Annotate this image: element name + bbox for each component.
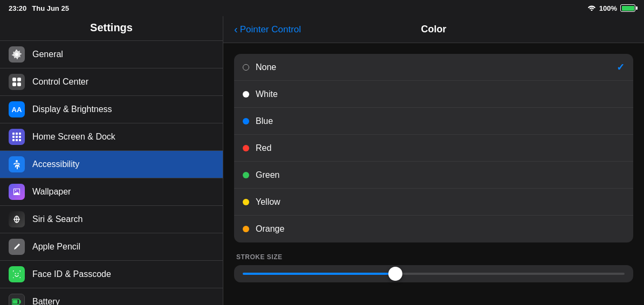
sidebar-item-battery[interactable]: Battery [0,288,223,305]
color-item-red[interactable]: Red [234,135,633,162]
slider-container[interactable] [234,265,633,282]
color-label-none: None [256,63,616,72]
face-id-icon [9,266,25,282]
wallpaper-label: Wallpaper [32,187,71,197]
sidebar: Settings General Control Center [0,16,223,305]
sidebar-item-display[interactable]: AA Display & Brightness [0,96,223,123]
svg-rect-9 [16,136,18,138]
svg-rect-4 [17,82,21,86]
color-item-yellow[interactable]: Yellow [234,189,633,216]
color-label-white: White [256,89,625,99]
svg-rect-6 [16,133,18,135]
status-bar: 23:20 Thu Jun 25 100% [0,0,644,16]
svg-point-19 [18,273,19,274]
detail-panel: ‹ Pointer Control Color None ✓ White Blu… [223,16,644,305]
svg-rect-10 [19,136,21,138]
svg-point-18 [15,273,16,274]
color-item-blue[interactable]: Blue [234,108,633,135]
sidebar-item-siri[interactable]: Siri & Search [0,206,223,233]
svg-rect-1 [12,78,16,81]
yellow-dot [243,199,249,205]
battery-box [620,4,635,12]
general-label: General [32,50,63,59]
stroke-size-section: STROKE SIZE [234,253,633,282]
apple-pencil-label: Apple Pencil [32,242,80,252]
wallpaper-icon [9,184,25,200]
battery-percent: 100% [599,4,617,12]
blue-dot [243,118,249,124]
apple-pencil-icon [9,239,25,255]
svg-rect-7 [19,133,21,135]
control-center-label: Control Center [32,77,88,87]
accessibility-icon [9,156,25,172]
none-dot [243,64,249,71]
color-label-blue: Blue [256,116,625,126]
sidebar-item-control-center[interactable]: Control Center [0,68,223,96]
battery-fill [622,6,634,11]
svg-rect-5 [12,133,15,135]
checkmark-none: ✓ [616,61,625,73]
battery-indicator [620,4,635,12]
color-label-green: Green [256,170,625,180]
green-dot [243,172,249,178]
svg-point-14 [16,160,18,162]
back-button[interactable]: ‹ Pointer Control [234,24,301,35]
color-item-none[interactable]: None ✓ [234,54,633,81]
time: 23:20 [9,4,26,12]
red-dot [243,145,249,151]
color-item-white[interactable]: White [234,81,633,108]
back-label: Pointer Control [240,24,301,35]
siri-label: Siri & Search [32,214,83,224]
display-icon: AA [9,101,25,117]
color-label-yellow: Yellow [256,197,625,207]
sidebar-item-face-id[interactable]: Face ID & Passcode [0,261,223,288]
siri-icon [9,211,25,227]
orange-dot [243,226,249,232]
detail-title: Color [421,24,447,35]
status-bar-right: 100% [587,4,635,12]
battery-icon [9,294,25,305]
sidebar-item-accessibility[interactable]: Accessibility [0,151,223,178]
white-dot [243,91,249,98]
accessibility-label: Accessibility [32,160,79,169]
svg-rect-8 [12,136,15,138]
status-bar-left: 23:20 Thu Jun 25 [9,4,69,12]
sidebar-title: Settings [0,16,223,41]
svg-rect-12 [16,139,18,141]
general-icon [9,46,25,63]
color-list: None ✓ White Blue Red Green [234,54,633,242]
slider-track [243,273,625,275]
wifi-icon [587,4,596,12]
sidebar-item-home-screen[interactable]: Home Screen & Dock [0,123,223,151]
slider-fill [243,273,395,275]
sidebar-item-wallpaper[interactable]: Wallpaper [0,178,223,206]
color-item-green[interactable]: Green [234,162,633,189]
detail-header: ‹ Pointer Control Color [223,16,644,43]
svg-rect-21 [13,300,18,304]
color-label-orange: Orange [256,224,625,234]
face-id-label: Face ID & Passcode [32,269,111,279]
slider-thumb[interactable] [388,267,402,281]
display-label: Display & Brightness [32,105,112,114]
main-layout: Settings General Control Center [0,16,644,305]
sidebar-item-general[interactable]: General [0,41,223,68]
back-chevron-icon: ‹ [234,24,238,34]
color-label-red: Red [256,143,625,153]
stroke-size-label: STROKE SIZE [234,253,633,261]
home-screen-icon [9,129,25,145]
color-item-orange[interactable]: Orange [234,216,633,242]
svg-rect-3 [12,82,16,86]
battery-label: Battery [32,297,60,305]
sidebar-item-apple-pencil[interactable]: Apple Pencil [0,233,223,261]
svg-rect-13 [19,139,21,141]
home-screen-label: Home Screen & Dock [32,132,115,142]
svg-rect-11 [12,139,15,141]
svg-rect-2 [17,78,21,81]
date: Thu Jun 25 [32,4,69,12]
control-center-icon [9,74,25,90]
